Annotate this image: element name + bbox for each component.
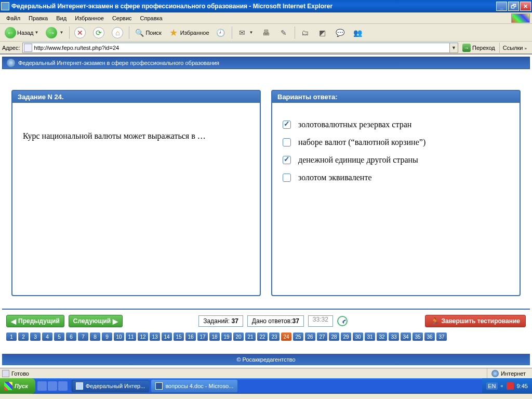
address-dropdown[interactable]: ▼	[449, 43, 458, 52]
answer-checkbox[interactable]	[283, 121, 291, 129]
quicklaunch-app-icon[interactable]	[58, 381, 68, 391]
edit-button[interactable]: ✎	[276, 25, 292, 40]
close-button[interactable]: ✕	[520, 2, 531, 11]
language-indicator[interactable]: EN	[486, 382, 497, 390]
question-number-26[interactable]: 26	[305, 332, 315, 341]
question-number-7[interactable]: 7	[78, 332, 88, 341]
stop-button[interactable]: ✕	[72, 25, 89, 40]
task-panel-header: Задание N 24.	[12, 91, 260, 103]
question-number-4[interactable]: 4	[42, 332, 52, 341]
question-number-10[interactable]: 10	[114, 332, 124, 341]
question-number-12[interactable]: 12	[138, 332, 148, 341]
question-number-27[interactable]: 27	[317, 332, 327, 341]
question-number-29[interactable]: 29	[341, 332, 351, 341]
forward-dropdown[interactable]: ▼	[58, 30, 64, 35]
question-number-25[interactable]: 25	[293, 332, 303, 341]
star-icon: ★	[168, 27, 179, 38]
window-titlebar: Федеральный Интернет-экзамен в сфере про…	[0, 0, 532, 12]
question-number-34[interactable]: 34	[401, 332, 411, 341]
zone-label: Интернет	[501, 370, 526, 377]
start-button[interactable]: Пуск	[0, 378, 35, 394]
question-number-23[interactable]: 23	[269, 332, 280, 341]
finish-button[interactable]: 🏃Завершить тестирование	[425, 315, 526, 327]
question-number-21[interactable]: 21	[245, 332, 256, 341]
question-number-9[interactable]: 9	[102, 332, 112, 341]
runner-icon: 🏃	[431, 317, 439, 325]
answer-checkbox[interactable]	[283, 156, 291, 164]
question-number-37[interactable]: 37	[436, 332, 447, 341]
minimize-button[interactable]: _	[496, 2, 507, 11]
favorites-button[interactable]: ★Избранное	[165, 25, 212, 40]
clock[interactable]: 9:45	[517, 383, 528, 389]
menu-edit[interactable]: Правка	[24, 14, 52, 22]
mail-button[interactable]: ✉▼	[234, 25, 257, 40]
menu-tools[interactable]: Сервис	[108, 14, 136, 22]
answer-text: денежной единице другой страны	[298, 155, 418, 165]
question-number-2[interactable]: 2	[18, 332, 29, 341]
question-number-18[interactable]: 18	[209, 332, 220, 341]
ie-icon	[1, 2, 9, 10]
menu-favorites[interactable]: Избранное	[71, 14, 108, 22]
answer-checkbox[interactable]	[283, 138, 291, 147]
go-button[interactable]: → Переход	[460, 43, 497, 53]
question-number-5[interactable]: 5	[54, 332, 64, 341]
back-dropdown[interactable]: ▼	[34, 30, 40, 35]
question-number-36[interactable]: 36	[424, 332, 435, 341]
question-number-16[interactable]: 16	[185, 332, 196, 341]
discuss-button[interactable]: 💬	[332, 25, 349, 40]
question-number-6[interactable]: 6	[66, 332, 76, 341]
forward-button[interactable]: →▼	[43, 25, 67, 40]
history-icon: 🕘	[216, 28, 226, 38]
print-button[interactable]: 🖶	[258, 25, 275, 40]
question-number-35[interactable]: 35	[413, 332, 423, 341]
answer-checkbox[interactable]	[283, 174, 291, 182]
question-number-3[interactable]: 3	[30, 332, 41, 341]
question-number-19[interactable]: 19	[221, 332, 232, 341]
question-number-30[interactable]: 30	[353, 332, 363, 341]
question-number-31[interactable]: 31	[365, 332, 375, 341]
question-number-13[interactable]: 13	[150, 332, 160, 341]
question-number-15[interactable]: 15	[174, 332, 184, 341]
taskbar-item-label: вопросы 4.doc - Microso...	[165, 383, 233, 389]
question-number-14[interactable]: 14	[162, 332, 172, 341]
address-input[interactable]	[33, 44, 450, 51]
home-button[interactable]: ⌂	[109, 25, 127, 40]
tray-kaspersky-icon[interactable]	[507, 382, 514, 390]
question-number-24[interactable]: 24	[281, 332, 291, 341]
question-number-32[interactable]: 32	[377, 332, 387, 341]
question-number-28[interactable]: 28	[329, 332, 339, 341]
menu-help[interactable]: Справка	[136, 14, 167, 22]
question-number-22[interactable]: 22	[257, 332, 268, 341]
refresh-button[interactable]: ⟳	[90, 25, 108, 40]
question-number-17[interactable]: 17	[197, 332, 208, 341]
menubar: Файл Правка Вид Избранное Сервис Справка	[0, 12, 532, 24]
messenger-button[interactable]: 👥	[350, 25, 367, 40]
back-button[interactable]: ←Назад▼	[2, 25, 42, 40]
question-number-20[interactable]: 20	[233, 332, 244, 341]
quick-launch	[35, 381, 70, 391]
mail-icon: ✉	[237, 28, 247, 38]
restore-button[interactable]: 🗗	[508, 2, 519, 11]
question-number-8[interactable]: 8	[90, 332, 100, 341]
research-button[interactable]: 🗂	[297, 25, 314, 40]
quicklaunch-desktop-icon[interactable]	[48, 381, 57, 391]
prev-button[interactable]: ◀Предыдущий	[6, 315, 64, 327]
history-button[interactable]: 🕘	[213, 25, 230, 40]
kaspersky-button[interactable]: ◩	[315, 25, 331, 40]
search-button[interactable]: 🔍Поиск	[131, 25, 164, 40]
quicklaunch-ie-icon[interactable]	[37, 381, 47, 391]
menu-view[interactable]: Вид	[52, 14, 71, 22]
menu-file[interactable]: Файл	[2, 14, 24, 22]
question-number-33[interactable]: 33	[389, 332, 399, 341]
question-number-11[interactable]: 11	[126, 332, 136, 341]
tray-expand-icon[interactable]: «	[501, 383, 503, 389]
answer-text: золотовалютных резервах стран	[298, 120, 411, 129]
messenger-icon: 👥	[353, 28, 363, 38]
window-title: Федеральный Интернет-экзамен в сфере про…	[11, 3, 495, 10]
taskbar-item[interactable]: вопросы 4.doc - Microso...	[151, 380, 237, 392]
taskbar-item[interactable]: Федеральный Интер...	[72, 380, 150, 392]
security-zone[interactable]: Интернет	[487, 368, 530, 378]
next-button[interactable]: Следующий▶	[69, 315, 123, 327]
links-button[interactable]: Ссылки »	[499, 43, 530, 53]
question-number-1[interactable]: 1	[6, 332, 17, 341]
